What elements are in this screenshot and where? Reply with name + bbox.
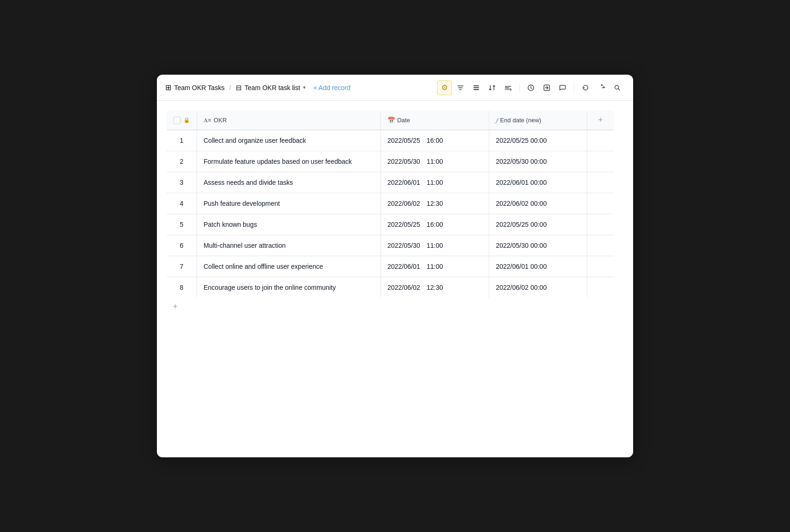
date-value: 2022/05/30 (388, 158, 420, 165)
table-row: 3Assess needs and divide tasks2022/06/01… (167, 172, 614, 193)
date-value: 2022/05/25 (388, 221, 420, 228)
view-selector[interactable]: ⊟ Team OKR task list ▾ (236, 84, 306, 92)
row-date[interactable]: 2022/05/3011:00 (381, 235, 489, 256)
svg-rect-2 (473, 89, 479, 90)
row-enddate[interactable]: 2022/05/25 00:00 (489, 214, 587, 235)
table-row: 5Patch known bugs2022/05/2516:002022/05/… (167, 214, 614, 235)
fields-button[interactable] (469, 80, 484, 95)
th-num: 🔒 (167, 111, 197, 130)
chevron-down-icon: ▾ (303, 84, 306, 91)
row-enddate[interactable]: 2022/05/30 00:00 (489, 235, 587, 256)
row-okr[interactable]: Collect and organize user feedback (197, 130, 381, 151)
row-number: 7 (167, 256, 197, 277)
redo-button[interactable] (594, 80, 609, 95)
row-date[interactable]: 2022/06/0111:00 (381, 172, 489, 193)
row-date[interactable]: 2022/06/0212:30 (381, 193, 489, 214)
row-enddate[interactable]: 2022/06/02 00:00 (489, 277, 587, 298)
brand-label: Team OKR Tasks (174, 84, 225, 91)
time-value: 11:00 (427, 242, 443, 249)
date-value: 2022/06/02 (388, 284, 420, 291)
timeline-button[interactable] (523, 80, 538, 95)
row-empty (587, 193, 614, 214)
date-value: 2022/06/02 (388, 200, 420, 207)
toolbar-separator (519, 83, 520, 92)
date-value: 2022/05/25 (388, 137, 420, 144)
app-window: ⊞ Team OKR Tasks / ⊟ Team OKR task list … (157, 75, 633, 457)
row-okr[interactable]: Collect online and offline user experien… (197, 256, 381, 277)
row-date[interactable]: 2022/06/0212:30 (381, 277, 489, 298)
time-value: 11:00 (427, 158, 443, 165)
link-icon: 𝑓 (496, 117, 498, 124)
date-value: 2022/06/01 (388, 179, 420, 186)
row-number: 8 (167, 277, 197, 298)
settings-button[interactable]: ⚙ (437, 80, 452, 95)
time-value: 12:30 (427, 200, 443, 207)
table-body: 1Collect and organize user feedback2022/… (167, 130, 614, 298)
lock-icon: 🔒 (183, 117, 190, 123)
table-row: 8Encourage users to join the online comm… (167, 277, 614, 298)
add-row-button[interactable]: + (166, 298, 624, 315)
share-button[interactable] (539, 80, 554, 95)
row-okr[interactable]: Patch known bugs (197, 214, 381, 235)
table-container: 🔒 𝐀≡ OKR 📅 Date (157, 101, 633, 457)
row-date[interactable]: 2022/05/2516:00 (381, 214, 489, 235)
row-number: 6 (167, 235, 197, 256)
time-value: 11:00 (427, 263, 443, 270)
date-icon: 📅 (388, 117, 395, 124)
row-enddate[interactable]: 2022/05/30 00:00 (489, 151, 587, 172)
row-empty (587, 256, 614, 277)
row-date[interactable]: 2022/05/3011:00 (381, 151, 489, 172)
th-okr[interactable]: 𝐀≡ OKR (197, 111, 381, 130)
row-okr[interactable]: Encourage users to join the online commu… (197, 277, 381, 298)
row-okr[interactable]: Push feature development (197, 193, 381, 214)
row-okr[interactable]: Formulate feature updates based on user … (197, 151, 381, 172)
add-column-button[interactable]: + (594, 115, 607, 125)
row-number: 3 (167, 172, 197, 193)
row-date[interactable]: 2022/05/2516:00 (381, 130, 489, 151)
view-label: Team OKR task list (245, 84, 300, 91)
table-row: 2Formulate feature updates based on user… (167, 151, 614, 172)
comment-button[interactable] (555, 80, 570, 95)
select-all-checkbox[interactable] (173, 117, 181, 124)
row-enddate[interactable]: 2022/06/02 00:00 (489, 193, 587, 214)
row-enddate[interactable]: 2022/05/25 00:00 (489, 130, 587, 151)
table-row: 7Collect online and offline user experie… (167, 256, 614, 277)
list-icon: ⊟ (236, 84, 242, 92)
row-okr[interactable]: Assess needs and divide tasks (197, 172, 381, 193)
grid-icon: ⊞ (165, 83, 171, 92)
svg-point-5 (615, 85, 619, 89)
toolbar-left: ⊞ Team OKR Tasks / ⊟ Team OKR task list … (165, 82, 434, 93)
table-row: 4Push feature development2022/06/0212:30… (167, 193, 614, 214)
date-value: 2022/06/01 (388, 263, 420, 270)
th-date[interactable]: 📅 Date (381, 111, 489, 130)
add-record-button[interactable]: + Add record (310, 82, 354, 93)
row-date[interactable]: 2022/06/0111:00 (381, 256, 489, 277)
th-enddate-label: End date (new) (500, 117, 541, 124)
row-number: 1 (167, 130, 197, 151)
th-add-col[interactable]: + (587, 111, 614, 130)
breadcrumb-sep: / (229, 84, 231, 91)
th-okr-label: OKR (214, 117, 227, 124)
add-record-label: + Add record (313, 84, 351, 91)
row-enddate[interactable]: 2022/06/01 00:00 (489, 256, 587, 277)
th-enddate[interactable]: 𝑓 End date (new) (489, 111, 587, 130)
time-value: 16:00 (427, 137, 443, 144)
toolbar: ⊞ Team OKR Tasks / ⊟ Team OKR task list … (157, 75, 633, 101)
search-button[interactable] (610, 80, 625, 95)
th-date-label: Date (397, 117, 410, 124)
row-number: 2 (167, 151, 197, 172)
sort-button[interactable] (485, 80, 500, 95)
row-empty (587, 277, 614, 298)
toolbar-right: ⚙ (437, 80, 625, 95)
group-button[interactable] (501, 80, 515, 95)
row-number: 5 (167, 214, 197, 235)
row-okr[interactable]: Multi-channel user attraction (197, 235, 381, 256)
undo-button[interactable] (578, 80, 593, 95)
date-value: 2022/05/30 (388, 242, 420, 249)
row-empty (587, 151, 614, 172)
text-icon: 𝐀≡ (204, 117, 212, 124)
time-value: 16:00 (427, 221, 443, 228)
filter-button[interactable] (453, 80, 468, 95)
row-enddate[interactable]: 2022/06/01 00:00 (489, 172, 587, 193)
table-row: 6Multi-channel user attraction2022/05/30… (167, 235, 614, 256)
